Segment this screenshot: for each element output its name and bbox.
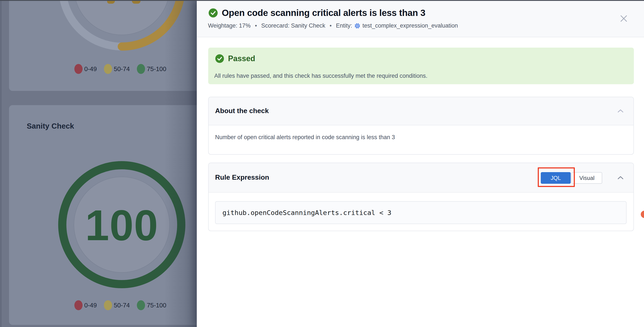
entity-wrap: Entity: test_complex_expression_evaluati… <box>336 22 458 29</box>
modal-shadow-gradient <box>164 0 197 327</box>
legend-dot-red <box>74 64 82 74</box>
rule-expression-header: Rule Expression Visual JQL <box>209 163 634 193</box>
check-detail-panel: Open code scanning critical alerts is le… <box>197 0 644 327</box>
legend-label: 50-74 <box>114 64 130 74</box>
legend-label: 75-100 <box>147 300 166 310</box>
legend-item: 0-49 <box>74 64 97 74</box>
status-banner-passed: Passed All rules have passed, and this c… <box>208 48 634 84</box>
legend-dot-green <box>137 64 145 74</box>
jql-toggle-button[interactable]: JQL <box>541 172 571 184</box>
legend-dot-gold <box>104 64 112 74</box>
rule-expression-title: Rule Expression <box>215 163 269 192</box>
legend-label: 0-49 <box>84 300 97 310</box>
page-left-edge <box>0 0 2 327</box>
close-icon[interactable] <box>620 15 628 22</box>
about-check-title: About the check <box>215 97 269 124</box>
legend-label: 50-74 <box>114 300 130 310</box>
legend-dot-green <box>137 300 145 310</box>
bullet-separator: • <box>255 22 257 29</box>
status-heading: Passed <box>228 54 255 63</box>
legend-label: 75-100 <box>147 64 166 74</box>
screen: 0-49 50-74 75-100 Sanity Check 100 0-49 <box>0 0 644 327</box>
gauge-legend: 0-49 50-74 75-100 <box>74 300 166 310</box>
check-passed-icon <box>208 8 218 18</box>
chevron-up-icon[interactable] <box>618 176 624 179</box>
gauge-inner-disc <box>74 1 170 35</box>
panel-header: Open code scanning critical alerts is le… <box>197 0 644 37</box>
check-meta-row: Weightage: 17% • Scorecard: Sanity Check… <box>208 22 458 29</box>
legend-dot-gold <box>104 300 112 310</box>
legend-dot-red <box>74 300 82 310</box>
weightage-text: Weightage: 17% <box>208 22 251 29</box>
check-title: Open code scanning critical alerts is le… <box>222 8 426 18</box>
about-check-body: Number of open critical alerts reported … <box>209 125 634 141</box>
gauge-score-value: 100 <box>85 201 158 249</box>
status-description: All rules have passed, and this check ha… <box>214 73 428 79</box>
legend-item: 75-100 <box>137 300 166 310</box>
entity-label: Entity: <box>336 22 352 29</box>
legend-label: 0-49 <box>84 64 97 74</box>
scorecard-title: Sanity Check <box>27 122 74 130</box>
legend-item: 50-74 <box>104 64 130 74</box>
rule-expression-card: Rule Expression Visual JQL github.openCo… <box>208 163 634 231</box>
chevron-up-icon[interactable] <box>618 109 624 113</box>
scorecard-text: Scorecard: Sanity Check <box>261 22 325 29</box>
legend-item: 0-49 <box>74 300 97 310</box>
panel-title-row: Open code scanning critical alerts is le… <box>208 8 426 18</box>
visual-toggle-button[interactable]: Visual <box>572 172 602 184</box>
rule-expression-code: github.openCodeScanningAlerts.critical <… <box>216 202 626 224</box>
status-banner-heading-row: Passed <box>215 54 255 63</box>
legend-item: 50-74 <box>104 300 130 310</box>
gauge-legend: 0-49 50-74 75-100 <box>74 64 166 74</box>
check-passed-icon <box>215 54 224 63</box>
legend-item: 75-100 <box>137 64 166 74</box>
about-check-card: About the check Number of open critical … <box>208 97 634 155</box>
window-top-edge <box>0 0 644 1</box>
gear-icon <box>354 23 360 29</box>
rule-expression-code-box[interactable]: github.openCodeScanningAlerts.critical <… <box>215 201 626 224</box>
entity-name[interactable]: test_complex_expression_evaluation <box>362 22 458 29</box>
cursor-indicator-dot <box>641 211 644 218</box>
bullet-separator: • <box>330 22 332 29</box>
about-check-header[interactable]: About the check <box>209 97 634 125</box>
